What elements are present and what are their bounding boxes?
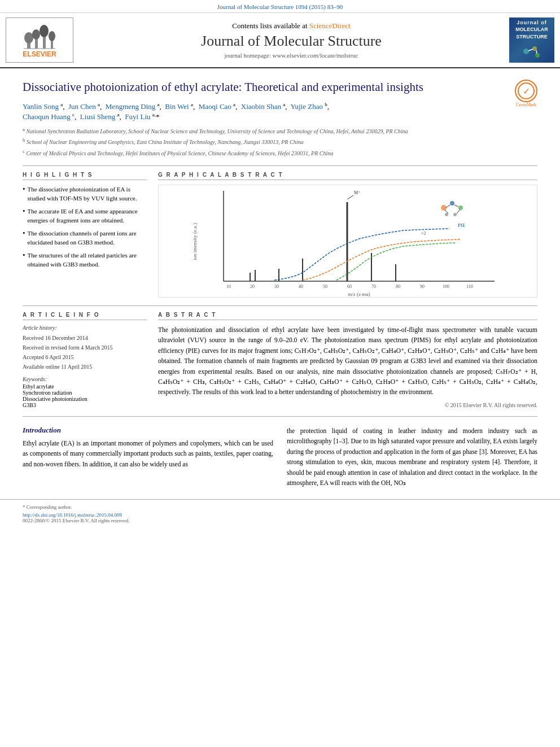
journal-header: ELSEVIER Contents lists available at Sci…: [0, 13, 560, 68]
svg-text:100: 100: [443, 284, 449, 289]
highlight-text-1: The dissociative photoionization of EA i…: [28, 185, 147, 203]
received-date: Received 16 December 2014: [23, 333, 147, 343]
introduction-right-col: the protection liquid of coating in leat…: [287, 426, 537, 488]
article-content: Dissociative photoionization of ethyl ac…: [0, 68, 560, 499]
keyword-1: Ethyl acrylate: [23, 383, 147, 390]
bullet-2: •: [23, 207, 25, 225]
svg-text:50: 50: [323, 284, 327, 289]
highlights-header: H I G H L I G H T S: [23, 172, 147, 180]
graphical-abstract-header: G R A P H I C A L A B S T R A C T: [158, 172, 537, 180]
journal-title-main: Journal of Molecular Structure: [79, 33, 504, 50]
article-title-wrapper: Dissociative photoionization of ethyl ac…: [23, 80, 537, 95]
svg-point-43: [453, 213, 457, 216]
article-title: Dissociative photoionization of ethyl ac…: [23, 80, 537, 95]
keyword-2: Synchrotron radiation: [23, 390, 147, 396]
abstract-text: The photoionization and dissociation of …: [158, 325, 537, 397]
svg-text:80: 80: [396, 284, 400, 289]
journal-cover-image: Journal of MOLECULAR STRUCTURE: [509, 18, 554, 63]
graphical-abstract-column: G R A P H I C A L A B S T R A C T ion in…: [158, 172, 537, 298]
introduction-title: Introduction: [23, 426, 273, 435]
svg-line-12: [528, 49, 533, 51]
svg-text:40: 40: [299, 284, 303, 289]
author-jun-chen: Jun Chen: [68, 103, 96, 111]
svg-text:90: 90: [420, 284, 425, 289]
author-yujie-zhao: Yujie Zhao: [291, 103, 323, 111]
journal-center-info: Contents lists available at ScienceDirec…: [79, 21, 504, 59]
highlight-text-3: The dissociation channels of parent ions…: [28, 229, 147, 247]
svg-point-1: [24, 32, 33, 43]
keywords-section: Keywords: Ethyl acrylate Synchrotron rad…: [23, 376, 147, 408]
article-info-column: A R T I C L E I N F O Article history: R…: [23, 312, 147, 408]
svg-point-9: [523, 49, 529, 54]
highlight-text-4: The structures of the all related partic…: [28, 251, 147, 269]
svg-point-7: [49, 31, 55, 41]
author-mengmeng-ding: Mengmeng Ding: [106, 103, 155, 111]
affil-b: b School of Nuclear Engineering and Geop…: [23, 137, 537, 146]
highlight-item-4: • The structures of the all related part…: [23, 251, 147, 269]
bullet-1: •: [23, 185, 25, 203]
introduction-left-col: Introduction Ethyl acrylate (EA) is an i…: [23, 426, 273, 488]
highlights-column: H I G H L I G H T S • The dissociative p…: [23, 172, 147, 298]
crossmark-container: ✓ CrossMark: [515, 80, 537, 107]
svg-point-3: [32, 29, 40, 40]
doi-link[interactable]: http://dx.doi.org/10.1016/j.molstruc.201…: [23, 512, 122, 518]
revised-date: Received in revised form 4 March 2015: [23, 343, 147, 352]
affiliations: a National Synchrotron Radiation Laborat…: [23, 126, 537, 158]
highlights-graphical-section: H I G H L I G H T S • The dissociative p…: [23, 172, 537, 298]
author-bin-wei: Bin Wei: [165, 103, 189, 111]
svg-rect-6: [51, 40, 53, 49]
keyword-4: G3B3: [23, 402, 147, 408]
svg-point-42: [458, 206, 463, 210]
science-direct-label: Contents lists available at ScienceDirec…: [79, 21, 504, 30]
bullet-4: •: [23, 251, 25, 269]
svg-rect-4: [43, 36, 46, 49]
issn-text: 0022-2860/© 2015 Elsevier B.V. All right…: [23, 518, 537, 523]
highlight-item-3: • The dissociation channels of parent io…: [23, 229, 147, 247]
svg-point-41: [450, 201, 454, 206]
crossmark-icon: ✓: [517, 82, 535, 100]
graphical-abstract-chart: ion intensity (e.u.) 10 20 30 40 50 60 7…: [158, 185, 537, 298]
article-info-table: Received 16 December 2014 Received in re…: [23, 333, 147, 372]
chart-svg: ion intensity (e.u.) 10 20 30 40 50 60 7…: [159, 185, 537, 298]
science-direct-name: ScienceDirect: [309, 21, 351, 30]
keywords-label: Keywords:: [23, 376, 147, 382]
elsevier-name: ELSEVIER: [23, 50, 56, 58]
svg-text:60: 60: [347, 284, 352, 289]
svg-point-5: [40, 25, 49, 37]
svg-point-11: [535, 53, 540, 58]
author-chaoqun-huang: Chaoqun Huang: [23, 112, 71, 121]
svg-text:20: 20: [250, 284, 255, 289]
svg-line-45: [446, 205, 450, 208]
svg-point-40: [441, 205, 447, 211]
footer: * Corresponding author. http://dx.doi.or…: [0, 499, 560, 528]
introduction-left-text: Ethyl acrylate (EA) is an important mono…: [23, 438, 273, 469]
molecule-icon: [520, 43, 543, 60]
svg-text:70: 70: [371, 284, 376, 289]
svg-text:30: 30: [274, 284, 279, 289]
separator-1: [23, 165, 537, 166]
article-info-header: A R T I C L E I N F O: [23, 312, 147, 320]
author-liusi-sheng: Liusi Sheng: [80, 112, 115, 121]
corresponding-note: * Corresponding author.: [23, 504, 537, 510]
bullet-3: •: [23, 229, 25, 247]
journal-reference-text: Journal of Molecular Structure 1094 (201…: [217, 3, 343, 10]
svg-point-44: [445, 213, 448, 216]
affil-a: a National Synchrotron Radiation Laborat…: [23, 126, 537, 136]
author-maoqi-cao: Maoqi Cao: [199, 103, 231, 111]
highlight-item-1: • The dissociative photoionization of EA…: [23, 185, 147, 203]
svg-text:110: 110: [466, 284, 473, 289]
journal-homepage: journal homepage: www.elsevier.com/locat…: [79, 52, 504, 59]
svg-line-46: [454, 205, 458, 207]
svg-point-10: [532, 46, 537, 51]
copyright-text: © 2015 Elsevier B.V. All rights reserved…: [158, 402, 537, 408]
svg-text:m/z (z·mu): m/z (z·mu): [348, 291, 370, 297]
introduction-two-col: Introduction Ethyl acrylate (EA) is an i…: [23, 426, 537, 488]
svg-text:M⁺: M⁺: [354, 190, 360, 195]
svg-text:10: 10: [226, 284, 231, 289]
separator-3: [23, 416, 537, 417]
svg-text:ion intensity (e.u.): ion intensity (e.u.): [192, 223, 198, 260]
svg-line-47: [457, 209, 460, 213]
highlights-list: • The dissociative photoionization of EA…: [23, 185, 147, 269]
highlight-text-2: The accurate IE of EA and some appearanc…: [28, 207, 147, 225]
svg-line-49: [347, 195, 353, 199]
